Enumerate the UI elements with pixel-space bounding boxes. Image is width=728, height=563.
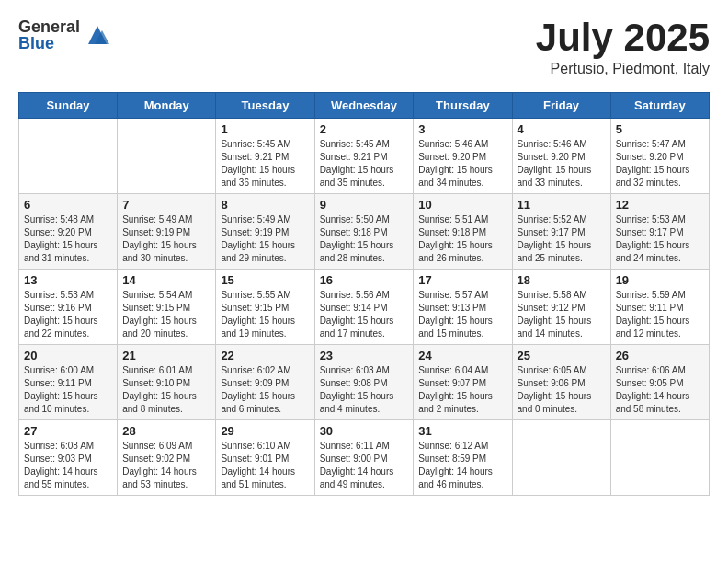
day-info: Sunrise: 6:08 AM Sunset: 9:03 PM Dayligh… <box>24 440 112 491</box>
day-number: 22 <box>221 349 309 362</box>
calendar-table: SundayMondayTuesdayWednesdayThursdayFrid… <box>18 92 710 496</box>
day-number: 8 <box>221 198 309 212</box>
calendar-cell: 13Sunrise: 5:53 AM Sunset: 9:16 PM Dayli… <box>19 270 118 345</box>
day-number: 7 <box>122 198 210 212</box>
location-title: Pertusio, Piedmont, Italy <box>536 61 710 77</box>
day-number: 13 <box>24 273 112 287</box>
calendar-cell: 29Sunrise: 6:10 AM Sunset: 9:01 PM Dayli… <box>216 420 314 496</box>
calendar-cell: 19Sunrise: 5:59 AM Sunset: 9:11 PM Dayli… <box>610 270 709 345</box>
calendar-week-row: 1Sunrise: 5:45 AM Sunset: 9:21 PM Daylig… <box>19 119 710 194</box>
day-number: 29 <box>221 424 309 438</box>
calendar-cell: 4Sunrise: 5:46 AM Sunset: 9:20 PM Daylig… <box>512 119 610 194</box>
day-number: 17 <box>418 273 506 287</box>
day-number: 1 <box>221 122 309 136</box>
day-info: Sunrise: 5:53 AM Sunset: 9:16 PM Dayligh… <box>24 289 112 340</box>
day-number: 25 <box>518 349 606 362</box>
logo-icon <box>84 21 111 49</box>
day-number: 19 <box>616 273 704 287</box>
day-info: Sunrise: 6:05 AM Sunset: 9:06 PM Dayligh… <box>518 364 606 416</box>
calendar-header-saturday: Saturday <box>610 93 709 119</box>
day-info: Sunrise: 5:47 AM Sunset: 9:20 PM Dayligh… <box>616 138 704 190</box>
day-info: Sunrise: 5:45 AM Sunset: 9:21 PM Dayligh… <box>221 138 309 190</box>
calendar-header-friday: Friday <box>512 93 610 119</box>
day-number: 27 <box>24 424 112 438</box>
day-info: Sunrise: 6:02 AM Sunset: 9:09 PM Dayligh… <box>221 364 309 416</box>
calendar-cell: 22Sunrise: 6:02 AM Sunset: 9:09 PM Dayli… <box>216 345 314 420</box>
day-info: Sunrise: 5:55 AM Sunset: 9:15 PM Dayligh… <box>221 289 309 340</box>
calendar-cell <box>19 119 118 194</box>
day-number: 12 <box>616 198 704 212</box>
month-title: July 2025 <box>536 18 710 57</box>
calendar-cell: 2Sunrise: 5:45 AM Sunset: 9:21 PM Daylig… <box>314 119 414 194</box>
day-info: Sunrise: 5:49 AM Sunset: 9:19 PM Dayligh… <box>122 213 210 265</box>
calendar-cell: 15Sunrise: 5:55 AM Sunset: 9:15 PM Dayli… <box>216 270 314 345</box>
day-number: 15 <box>221 273 309 287</box>
day-info: Sunrise: 6:11 AM Sunset: 9:00 PM Dayligh… <box>320 440 409 491</box>
day-info: Sunrise: 5:48 AM Sunset: 9:20 PM Dayligh… <box>24 213 112 265</box>
calendar-cell: 8Sunrise: 5:49 AM Sunset: 9:19 PM Daylig… <box>216 194 314 270</box>
day-number: 20 <box>24 349 112 362</box>
day-info: Sunrise: 5:49 AM Sunset: 9:19 PM Dayligh… <box>221 213 309 265</box>
day-info: Sunrise: 5:46 AM Sunset: 9:20 PM Dayligh… <box>518 138 606 190</box>
logo-general: General <box>18 18 80 35</box>
day-number: 2 <box>320 122 409 136</box>
day-info: Sunrise: 5:51 AM Sunset: 9:18 PM Dayligh… <box>418 213 506 265</box>
day-number: 18 <box>518 273 606 287</box>
calendar-cell: 11Sunrise: 5:52 AM Sunset: 9:17 PM Dayli… <box>512 194 610 270</box>
calendar-cell: 23Sunrise: 6:03 AM Sunset: 9:08 PM Dayli… <box>314 345 414 420</box>
page-header: General Blue July 2025 Pertusio, Piedmon… <box>18 18 710 77</box>
calendar-week-row: 20Sunrise: 6:00 AM Sunset: 9:11 PM Dayli… <box>19 345 710 420</box>
day-info: Sunrise: 5:50 AM Sunset: 9:18 PM Dayligh… <box>320 213 409 265</box>
day-number: 5 <box>616 122 704 136</box>
calendar-cell: 10Sunrise: 5:51 AM Sunset: 9:18 PM Dayli… <box>414 194 512 270</box>
day-info: Sunrise: 5:56 AM Sunset: 9:14 PM Dayligh… <box>320 289 409 340</box>
calendar-header-sunday: Sunday <box>19 93 118 119</box>
day-info: Sunrise: 6:00 AM Sunset: 9:11 PM Dayligh… <box>24 364 112 416</box>
logo: General Blue <box>18 18 111 52</box>
calendar-cell: 7Sunrise: 5:49 AM Sunset: 9:19 PM Daylig… <box>118 194 216 270</box>
day-info: Sunrise: 5:59 AM Sunset: 9:11 PM Dayligh… <box>616 289 704 340</box>
calendar-cell: 9Sunrise: 5:50 AM Sunset: 9:18 PM Daylig… <box>314 194 414 270</box>
day-info: Sunrise: 5:45 AM Sunset: 9:21 PM Dayligh… <box>320 138 409 190</box>
day-number: 24 <box>418 349 506 362</box>
logo-blue: Blue <box>18 35 80 52</box>
calendar-cell: 5Sunrise: 5:47 AM Sunset: 9:20 PM Daylig… <box>610 119 709 194</box>
calendar-cell: 24Sunrise: 6:04 AM Sunset: 9:07 PM Dayli… <box>414 345 512 420</box>
day-info: Sunrise: 6:09 AM Sunset: 9:02 PM Dayligh… <box>122 440 210 491</box>
calendar-header-tuesday: Tuesday <box>216 93 314 119</box>
calendar-cell: 21Sunrise: 6:01 AM Sunset: 9:10 PM Dayli… <box>118 345 216 420</box>
calendar-week-row: 27Sunrise: 6:08 AM Sunset: 9:03 PM Dayli… <box>19 420 710 496</box>
calendar-cell: 25Sunrise: 6:05 AM Sunset: 9:06 PM Dayli… <box>512 345 610 420</box>
day-number: 14 <box>122 273 210 287</box>
day-info: Sunrise: 5:46 AM Sunset: 9:20 PM Dayligh… <box>418 138 506 190</box>
day-info: Sunrise: 5:54 AM Sunset: 9:15 PM Dayligh… <box>122 289 210 340</box>
day-number: 23 <box>320 349 409 362</box>
day-number: 21 <box>122 349 210 362</box>
calendar-header-row: SundayMondayTuesdayWednesdayThursdayFrid… <box>19 93 710 119</box>
title-section: July 2025 Pertusio, Piedmont, Italy <box>536 18 710 77</box>
day-number: 30 <box>320 424 409 438</box>
day-info: Sunrise: 5:58 AM Sunset: 9:12 PM Dayligh… <box>518 289 606 340</box>
calendar-cell: 17Sunrise: 5:57 AM Sunset: 9:13 PM Dayli… <box>414 270 512 345</box>
day-info: Sunrise: 6:01 AM Sunset: 9:10 PM Dayligh… <box>122 364 210 416</box>
calendar-cell: 3Sunrise: 5:46 AM Sunset: 9:20 PM Daylig… <box>414 119 512 194</box>
calendar-cell: 31Sunrise: 6:12 AM Sunset: 8:59 PM Dayli… <box>414 420 512 496</box>
calendar-cell: 28Sunrise: 6:09 AM Sunset: 9:02 PM Dayli… <box>118 420 216 496</box>
calendar-cell <box>512 420 610 496</box>
calendar-cell: 26Sunrise: 6:06 AM Sunset: 9:05 PM Dayli… <box>610 345 709 420</box>
calendar-week-row: 13Sunrise: 5:53 AM Sunset: 9:16 PM Dayli… <box>19 270 710 345</box>
calendar-cell: 16Sunrise: 5:56 AM Sunset: 9:14 PM Dayli… <box>314 270 414 345</box>
calendar-header-thursday: Thursday <box>414 93 512 119</box>
day-info: Sunrise: 5:57 AM Sunset: 9:13 PM Dayligh… <box>418 289 506 340</box>
day-number: 10 <box>418 198 506 212</box>
calendar-header-monday: Monday <box>118 93 216 119</box>
day-info: Sunrise: 5:53 AM Sunset: 9:17 PM Dayligh… <box>616 213 704 265</box>
calendar-week-row: 6Sunrise: 5:48 AM Sunset: 9:20 PM Daylig… <box>19 194 710 270</box>
logo-text: General Blue <box>18 18 80 52</box>
day-number: 9 <box>320 198 409 212</box>
calendar-cell <box>610 420 709 496</box>
day-info: Sunrise: 5:52 AM Sunset: 9:17 PM Dayligh… <box>518 213 606 265</box>
day-number: 31 <box>418 424 506 438</box>
calendar-cell: 27Sunrise: 6:08 AM Sunset: 9:03 PM Dayli… <box>19 420 118 496</box>
calendar-header-wednesday: Wednesday <box>314 93 414 119</box>
